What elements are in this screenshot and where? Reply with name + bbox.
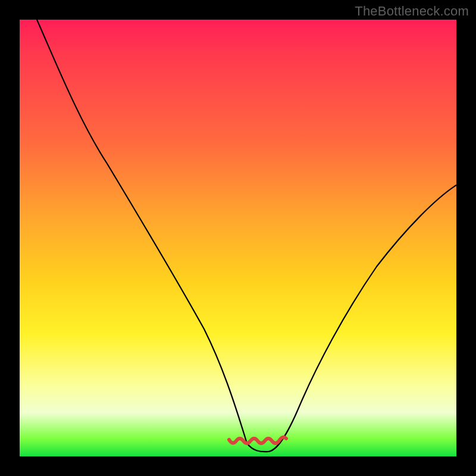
chart-frame: TheBottleneck.com: [0, 0, 476, 476]
red-bottom-squiggle: [20, 20, 456, 456]
plot-area: [20, 20, 456, 456]
red-squiggle-path: [229, 437, 286, 443]
watermark-text: TheBottleneck.com: [355, 4, 469, 19]
